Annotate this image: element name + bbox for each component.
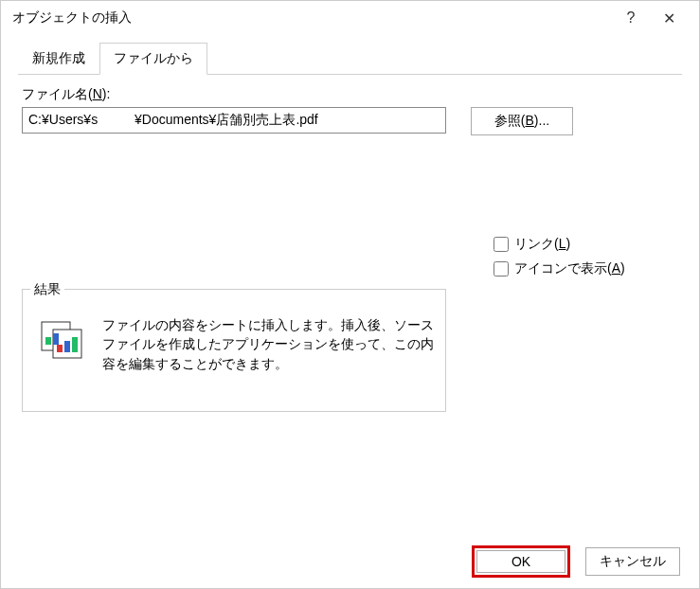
- link-label: リンク(L): [514, 236, 570, 253]
- ok-button[interactable]: OK: [476, 550, 565, 573]
- file-section: ファイル名(N): 参照(B)...: [18, 86, 682, 135]
- file-name-input[interactable]: [22, 107, 446, 134]
- dialog-title: オブジェクトの挿入: [12, 9, 612, 27]
- titlebar: オブジェクトの挿入 ? ✕: [1, 1, 699, 35]
- file-row: 参照(B)...: [22, 107, 678, 135]
- browse-button[interactable]: 参照(B)...: [471, 107, 573, 135]
- display-as-icon-checkbox[interactable]: [494, 261, 509, 277]
- tab-new[interactable]: 新規作成: [18, 43, 99, 74]
- embed-object-icon: [40, 316, 83, 360]
- link-checkbox[interactable]: [494, 237, 509, 252]
- file-name-label: ファイル名(N):: [22, 86, 678, 103]
- result-group: 結果 ファイルの内容をシートに挿入します。挿入後、ソース ファイルを作成したアプ…: [22, 289, 446, 412]
- svg-rect-5: [64, 341, 70, 352]
- result-legend: 結果: [30, 281, 64, 298]
- help-button[interactable]: ?: [612, 4, 650, 32]
- tab-strip: 新規作成 ファイルから: [18, 43, 682, 75]
- dialog-content: 新規作成 ファイルから ファイル名(N): 参照(B)... リンク(L): [1, 35, 699, 535]
- svg-rect-3: [53, 333, 59, 345]
- options-section: リンク(L) アイコンで表示(A): [494, 236, 625, 285]
- svg-rect-6: [72, 337, 78, 352]
- link-checkbox-row[interactable]: リンク(L): [494, 236, 625, 253]
- cancel-button[interactable]: キャンセル: [585, 547, 680, 576]
- svg-rect-4: [57, 345, 63, 352]
- button-bar: OK キャンセル: [1, 535, 699, 588]
- result-text: ファイルの内容をシートに挿入します。挿入後、ソース ファイルを作成したアプリケー…: [102, 316, 434, 374]
- result-body: ファイルの内容をシートに挿入します。挿入後、ソース ファイルを作成したアプリケー…: [34, 305, 434, 374]
- insert-object-dialog: オブジェクトの挿入 ? ✕ 新規作成 ファイルから ファイル名(N): 参照(B…: [0, 0, 700, 589]
- ok-highlight: OK: [472, 545, 570, 578]
- svg-rect-2: [45, 337, 51, 345]
- close-button[interactable]: ✕: [650, 4, 688, 32]
- tab-from-file[interactable]: ファイルから: [99, 43, 207, 75]
- display-as-icon-checkbox-row[interactable]: アイコンで表示(A): [494, 260, 625, 277]
- display-as-icon-label: アイコンで表示(A): [514, 260, 625, 277]
